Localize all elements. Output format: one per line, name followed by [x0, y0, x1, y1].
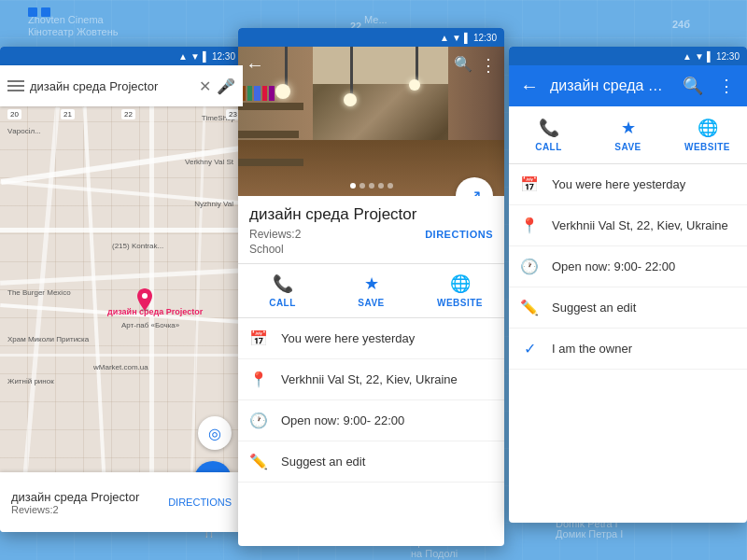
map-area[interactable]: TimeShop Vаросіл... Verkhny Val St Nyzhn…	[0, 106, 243, 513]
detail-text-history: You were here yesterday	[281, 331, 415, 345]
calendar-icon: 📅	[249, 329, 268, 347]
check-icon: ✓	[520, 340, 539, 357]
place-info: дизайн среда Projector Reviews:2 DIRECTI…	[238, 196, 504, 263]
right-status-bar: ▲ ▼ ▌ 12:30	[509, 47, 747, 65]
map-num-21: 21	[61, 109, 75, 119]
right-detail-list: 📅 You were here yesterday 📍 Verkhnii Val…	[509, 164, 747, 370]
edit-icon: ✏️	[520, 299, 539, 316]
photo-dot-3	[369, 183, 374, 189]
right-text-owner: I am the owner	[552, 342, 632, 356]
directions-button[interactable]: DIRECTIONS	[425, 229, 493, 240]
map-label-artpub: Арт-паб «Бочка»	[121, 321, 179, 329]
bg-cinema-icon	[28, 7, 37, 17]
globe-icon: 🌐	[698, 118, 718, 138]
map-card-directions-btn[interactable]: DIRECTIONS	[168, 497, 232, 508]
svg-point-1	[142, 293, 148, 299]
right-detail-history: 📅 You were here yesterday	[509, 164, 747, 205]
detail-item-hours[interactable]: 🕐 Open now: 9:00- 22:00	[238, 400, 504, 441]
right-detail-hours[interactable]: 🕐 Open now: 9:00- 22:00	[509, 246, 747, 287]
my-location-button[interactable]: ◎	[198, 416, 232, 450]
detail-text-address: Verkhnii Val St, 22, Kiev, Ukraine	[281, 372, 458, 386]
place-category: School	[249, 243, 493, 263]
wifi-icon: ▼	[190, 51, 200, 62]
photo-dot-2	[359, 183, 365, 189]
bg-label-bochka-na: на Подолі	[411, 548, 458, 559]
photo-dots	[350, 183, 393, 189]
search-icon[interactable]: 🔍	[680, 76, 706, 96]
map-label-church: Храм Миколи Притиска	[7, 335, 89, 343]
map-label-varosil: Vаросіл...	[7, 127, 41, 135]
right-detail-owner[interactable]: ✓ I am the owner	[509, 329, 747, 370]
detail-text-edit: Suggest an edit	[281, 455, 365, 469]
save-button[interactable]: ★ SAVE	[327, 264, 416, 317]
photo-shelf-1	[238, 103, 303, 110]
right-toolbar: ← дизайн среда Proj... 🔍 ⋮	[509, 65, 747, 106]
star-icon: ★	[621, 118, 636, 138]
map-pin[interactable]	[135, 288, 154, 311]
bg-label-domik-ua: Домик Петра I	[556, 528, 623, 539]
battery-icon: ▌	[707, 51, 713, 62]
photo-bulb-2	[344, 93, 357, 106]
map-toolbar: ✕ 🎤	[0, 65, 243, 106]
right-detail-address[interactable]: 📍 Verkhnii Val St, 22, Kiev, Ukraine	[509, 205, 747, 246]
right-title: дизайн среда Proj...	[550, 77, 672, 94]
battery-icon: ▌	[203, 51, 209, 62]
map-num-20: 20	[7, 109, 21, 119]
signal-icon: ▲	[440, 33, 449, 43]
photo-shelf-2	[238, 131, 299, 138]
right-call-button[interactable]: 📞 CALL	[509, 114, 588, 156]
right-action-bar: 📞 CALL ★ SAVE 🌐 WEBSITE	[509, 106, 747, 164]
location-pin-icon: 📍	[249, 371, 268, 388]
right-text-hours: Open now: 9:00- 22:00	[552, 259, 675, 273]
right-save-button[interactable]: ★ SAVE	[588, 114, 668, 156]
map-num-22: 22	[121, 109, 135, 119]
time-display: 12:30	[212, 51, 235, 62]
mic-icon[interactable]: 🎤	[217, 77, 235, 95]
map-label-nyzh: Nyzhniy Val	[194, 200, 233, 208]
pin-icon: 📍	[520, 217, 539, 234]
place-title: дизайн среда Projector	[249, 205, 493, 224]
detail-item-history: 📅 You were here yesterday	[238, 318, 504, 359]
back-arrow-icon[interactable]: ←	[246, 54, 264, 76]
menu-icon[interactable]	[7, 80, 24, 91]
map-label-market: wMarket.com.ua	[93, 363, 148, 371]
map-search-input[interactable]	[30, 71, 193, 101]
wifi-icon: ▼	[695, 51, 704, 62]
clear-icon[interactable]: ✕	[199, 77, 211, 95]
right-detail-edit[interactable]: ✏️ Suggest an edit	[509, 287, 747, 329]
call-label: CALL	[535, 142, 562, 152]
right-text-history: You were here yesterday	[552, 177, 685, 191]
place-meta: Reviews:2 DIRECTIONS	[249, 228, 493, 241]
action-bar: 📞 CALL ★ SAVE 🌐 WEBSITE	[238, 263, 504, 318]
website-button[interactable]: 🌐 WEBSITE	[416, 264, 504, 317]
more-icon[interactable]: ⋮	[480, 55, 497, 76]
right-website-button[interactable]: 🌐 WEBSITE	[668, 114, 747, 156]
more-icon[interactable]: ⋮	[713, 76, 740, 96]
edit-icon: ✏️	[249, 453, 268, 470]
photo-books	[240, 86, 275, 101]
photo-shelf-3	[238, 159, 303, 166]
map-panel: ▲ ▼ ▌ 12:30 ✕ 🎤 TimeShop Vаросіл... Verk…	[0, 47, 243, 532]
save-label: SAVE	[358, 298, 385, 308]
signal-icon: ▲	[683, 51, 692, 62]
right-text-address: Verkhnii Val St, 22, Kiev, Ukraine	[552, 218, 728, 232]
search-icon[interactable]: 🔍	[454, 55, 472, 76]
phone-icon: 📞	[273, 273, 293, 294]
detail-item-address[interactable]: 📍 Verkhnii Val St, 22, Kiev, Ukraine	[238, 359, 504, 400]
map-label-burger-mx: The Burger Mexico	[7, 288, 71, 297]
photo-dot-5	[388, 183, 393, 189]
call-button[interactable]: 📞 CALL	[238, 264, 327, 317]
map-label-kontr: (215) Kontrak...	[112, 242, 163, 250]
back-icon[interactable]: ←	[516, 76, 543, 97]
website-label: WEBSITE	[684, 142, 730, 152]
map-label-zytni: Житній ринок	[7, 377, 54, 385]
bg-label-cinema: Zhovten Cinema	[28, 14, 104, 25]
battery-icon: ▌	[464, 33, 471, 43]
map-bottom-card[interactable]: дизайн среда Projector Reviews:2 DIRECTI…	[0, 472, 243, 532]
left-status-bar: ▲ ▼ ▌ 12:30	[0, 47, 243, 65]
mid-status-bar: ▲ ▼ ▌ 12:30	[238, 28, 504, 47]
detail-item-edit[interactable]: ✏️ Suggest an edit	[238, 441, 504, 483]
photo-dot-4	[378, 183, 384, 189]
photo-bulb-1	[275, 84, 290, 99]
bg-label-24b: 24б	[672, 19, 690, 30]
